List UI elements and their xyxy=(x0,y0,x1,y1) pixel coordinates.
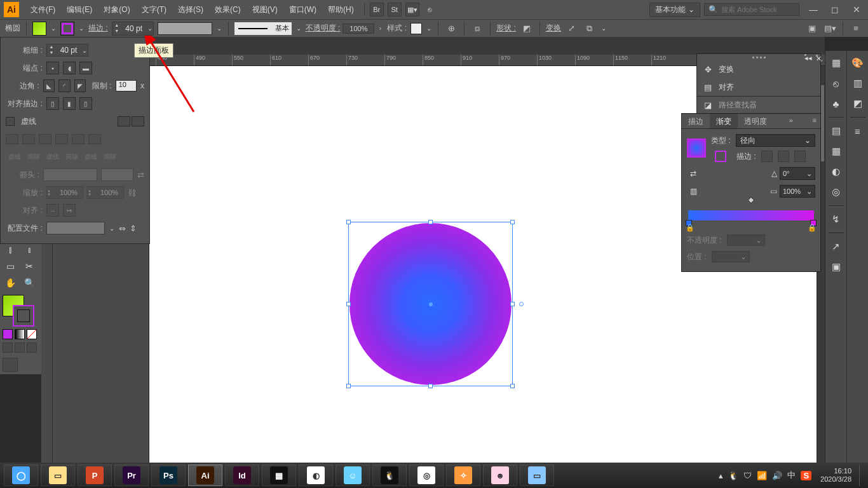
window-close[interactable]: ✕ xyxy=(849,5,864,14)
screen-mode[interactable] xyxy=(3,358,18,372)
menu-object[interactable]: 对象(O) xyxy=(98,2,135,18)
pathfinder-row[interactable]: ◪ 路径查找器 xyxy=(697,96,820,114)
cap-butt[interactable]: ▪ xyxy=(46,62,59,74)
transform-row[interactable]: ✥ 变换 xyxy=(697,60,820,78)
sp-weight-input[interactable]: ▲▼ 40 pt ⌄ xyxy=(46,44,88,57)
rail-color2-icon[interactable]: 🎨 xyxy=(851,56,865,70)
vwp-dropdown[interactable]: ⌄ xyxy=(216,25,222,32)
taskbar-app-indesign[interactable]: Id xyxy=(225,464,259,486)
panel-expand[interactable]: » xyxy=(785,114,797,128)
tray-qq-icon[interactable]: 🐧 xyxy=(728,471,738,480)
rail-asset-icon[interactable]: ▣ xyxy=(829,260,843,274)
menu-type[interactable]: 文字(T) xyxy=(137,2,172,18)
draw-inside[interactable] xyxy=(27,342,37,353)
tab-gradient[interactable]: 渐变 xyxy=(710,114,738,128)
opacity-value[interactable]: 100% xyxy=(342,24,374,34)
workspace-selector[interactable]: 基本功能 ⌄ xyxy=(649,3,700,17)
dash-align-1[interactable] xyxy=(118,116,130,126)
align-row[interactable]: ▤ 对齐 xyxy=(697,78,820,96)
gradient-mode[interactable] xyxy=(15,329,25,339)
brush-definition[interactable]: 基本 xyxy=(234,22,292,35)
handle-r[interactable] xyxy=(510,302,515,306)
rail-cc-icon[interactable]: ◎ xyxy=(829,185,843,199)
bridge-icon[interactable]: Br xyxy=(370,3,384,17)
flip-h-icon[interactable]: ⇔ xyxy=(119,224,126,233)
taskbar-app-browser[interactable]: ◯ xyxy=(4,464,38,486)
taskbar-app-app1[interactable]: ◐ xyxy=(299,464,333,486)
align-stroke-outside[interactable]: ▯ xyxy=(79,97,92,110)
taskbar-app-notes[interactable]: ▭ xyxy=(520,464,554,486)
menu-window[interactable]: 窗口(W) xyxy=(284,2,322,18)
grad-stroke-mode-1[interactable] xyxy=(761,151,773,162)
tab-transparency[interactable]: 透明度 xyxy=(738,114,773,128)
tray-ime-zh-icon[interactable]: 中 xyxy=(787,470,796,481)
arrange-docs-icon[interactable]: ▦▾ xyxy=(405,3,419,17)
stock-icon[interactable]: St xyxy=(388,3,402,17)
stroke-swatch[interactable] xyxy=(60,22,74,36)
draw-normal[interactable] xyxy=(3,342,13,353)
tool-slice[interactable]: ▭ xyxy=(3,259,18,274)
tool-hand[interactable]: ✋ xyxy=(3,275,18,290)
stroke-label[interactable]: 描边 : xyxy=(88,23,108,34)
midpoint-slider[interactable] xyxy=(747,196,754,203)
dash-align-2[interactable] xyxy=(132,116,144,126)
panel-menu[interactable]: ≡ xyxy=(809,114,820,128)
taskbar-app-photoshop[interactable]: Ps xyxy=(151,464,186,486)
miter-limit-input[interactable]: 10 xyxy=(116,80,137,92)
gradient-angle-input[interactable]: 0°⌄ xyxy=(780,167,815,180)
taskbar-app-premiere[interactable]: Pr xyxy=(114,464,149,486)
fill-dropdown[interactable]: ⌄ xyxy=(50,25,57,32)
align-icon[interactable]: ⧈ xyxy=(470,22,484,36)
recolor-icon[interactable]: ⊕ xyxy=(444,22,458,36)
tab-stroke[interactable]: 描边 xyxy=(682,114,710,128)
rail-brushes-icon[interactable]: ◐ xyxy=(829,165,843,179)
dash-checkbox[interactable] xyxy=(6,117,15,126)
handle-tr[interactable] xyxy=(510,220,515,224)
transform-icon-2[interactable]: ⧉ xyxy=(583,22,597,36)
menu-help[interactable]: 帮助(H) xyxy=(323,2,359,18)
gradient-tool-icon[interactable]: ▥ xyxy=(687,187,700,196)
join-round[interactable]: ◜ xyxy=(58,79,70,92)
rail-menu-icon[interactable]: ≡ xyxy=(851,124,865,138)
panel-collapse[interactable]: ◂◂ xyxy=(804,54,806,56)
fs-stroke-swatch[interactable] xyxy=(13,305,34,327)
flip-v-icon[interactable]: ⇕ xyxy=(130,224,137,233)
align-stroke-center[interactable]: ▯ xyxy=(46,97,59,110)
none-mode[interactable] xyxy=(27,329,37,339)
panel-close[interactable]: ✕ xyxy=(816,55,818,57)
opacity-dropdown[interactable]: › xyxy=(377,25,383,32)
menu-select[interactable]: 选择(S) xyxy=(173,2,208,18)
handle-br[interactable] xyxy=(510,384,515,388)
panel-menu-icon[interactable]: ≡ xyxy=(849,22,863,36)
opacity-control[interactable]: 不透明度 : 100% › xyxy=(306,23,384,34)
selection-bounds[interactable] xyxy=(348,222,513,386)
handle-l[interactable] xyxy=(346,302,351,306)
menu-file[interactable]: 文件(F) xyxy=(25,2,60,18)
align-stroke-inside[interactable]: ▮ xyxy=(63,97,76,110)
cap-projecting[interactable]: ▬ xyxy=(79,62,92,74)
tray-net-icon[interactable]: 📶 xyxy=(757,471,767,480)
menu-effect[interactable]: 效果(C) xyxy=(210,2,246,18)
rail-export-icon[interactable]: ↗ xyxy=(829,240,843,254)
tool-zoom[interactable]: 🔍 xyxy=(22,275,37,290)
tool-graph[interactable]: ⫿ xyxy=(3,242,18,257)
join-miter[interactable]: ◣ xyxy=(43,79,55,92)
tool-knife[interactable]: ✂ xyxy=(22,259,37,274)
gradient-ramp[interactable] xyxy=(688,210,814,220)
taskbar-app-qq[interactable]: 🐧 xyxy=(372,464,407,486)
window-restore[interactable]: ◻ xyxy=(827,5,843,14)
menu-view[interactable]: 视图(V) xyxy=(247,2,283,18)
sp-weight-value[interactable]: 40 pt xyxy=(56,46,81,55)
brush-dropdown[interactable]: ⌄ xyxy=(295,25,302,32)
taskbar-clock[interactable]: 16:10 2020/3/28 xyxy=(820,467,851,484)
menu-edit[interactable]: 编辑(E) xyxy=(62,2,97,18)
taskbar-app-chrome[interactable]: ◎ xyxy=(409,464,444,486)
rail-symbols-icon[interactable]: ↯ xyxy=(829,212,843,226)
tray-vol-icon[interactable]: 🔊 xyxy=(772,471,782,480)
rail-color-icon[interactable]: ▤ xyxy=(829,124,843,138)
shape-convert-icon[interactable]: ◩ xyxy=(520,22,534,36)
shape-button[interactable]: 形状 : xyxy=(496,23,516,34)
tray-chevron-icon[interactable]: ▴ xyxy=(719,471,723,480)
rail-swatches-icon[interactable]: ▦ xyxy=(829,144,843,158)
color-mode[interactable] xyxy=(3,329,13,339)
